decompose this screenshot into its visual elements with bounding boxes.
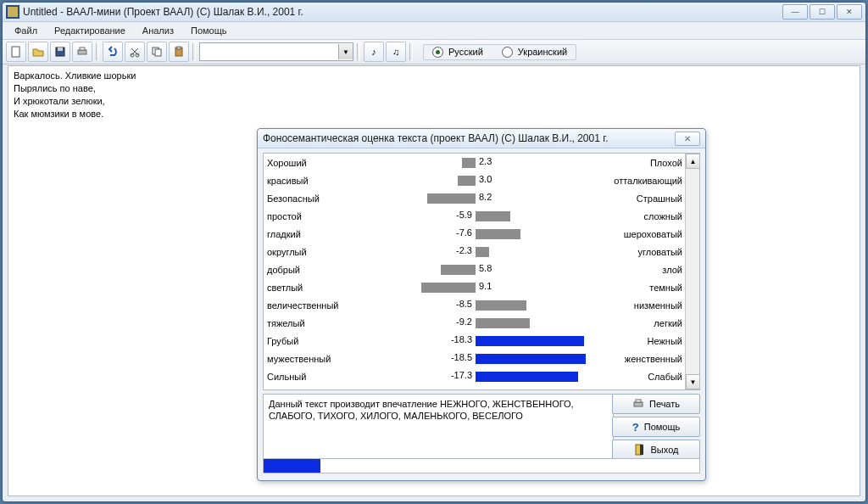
svg-rect-10 xyxy=(155,49,161,56)
scale-right-label: отталкивающий xyxy=(603,176,686,186)
undo-icon[interactable] xyxy=(103,42,123,62)
scale-value: -5.9 xyxy=(438,210,476,220)
scale-left-label: Сильный xyxy=(264,372,348,382)
window-title: Untitled - ВААЛ-мини (Проект ВААЛ) (C) Ш… xyxy=(23,6,782,18)
menu-analysis[interactable]: Анализ xyxy=(134,24,182,37)
print-icon[interactable] xyxy=(72,42,92,62)
svg-rect-13 xyxy=(634,402,643,406)
progress-bar xyxy=(263,458,700,473)
question-icon: ? xyxy=(632,421,639,434)
note-double-icon[interactable]: ♫ xyxy=(386,42,406,62)
print-button[interactable]: Печать xyxy=(612,394,700,414)
scale-left-label: Безопасный xyxy=(264,193,348,204)
scale-bar: 5.8 xyxy=(348,263,603,277)
scale-bar: -17.3 xyxy=(348,370,603,384)
scale-value: -7.6 xyxy=(438,227,476,238)
scale-row: светлый9.1темный xyxy=(264,278,686,296)
scale-right-label: низменный xyxy=(603,300,686,311)
scale-value: -9.2 xyxy=(438,316,476,327)
scale-bar: 3.0 xyxy=(348,174,603,188)
scales-panel: Хороший2.3Плохойкрасивый3.0отталкивающий… xyxy=(263,153,700,390)
exit-button[interactable]: Выход xyxy=(612,440,700,460)
scale-row: Хороший2.3Плохой xyxy=(264,154,686,171)
scale-left-label: Хороший xyxy=(264,158,348,168)
svg-rect-12 xyxy=(177,47,181,49)
scales-rows: Хороший2.3Плохойкрасивый3.0отталкивающий… xyxy=(264,154,686,389)
editor-content: Варкалось. Хливкие шорьки Пырялись по на… xyxy=(8,66,860,124)
radio-russian-label: Русский xyxy=(448,47,483,57)
scale-bar: -8.5 xyxy=(348,299,603,312)
scale-bar: -9.2 xyxy=(348,316,603,330)
scale-left-label: тяжелый xyxy=(264,318,348,328)
scale-row: Сильный-17.3Слабый xyxy=(264,367,686,385)
scale-bar: -7.6 xyxy=(348,227,603,241)
svg-rect-1 xyxy=(8,7,18,17)
chevron-down-icon: ▼ xyxy=(338,44,353,59)
paste-icon[interactable] xyxy=(169,42,189,62)
help-button[interactable]: ? Помощь xyxy=(612,417,700,437)
minimize-button[interactable]: — xyxy=(782,4,808,20)
copy-icon[interactable] xyxy=(147,42,167,62)
scale-right-label: Слабый xyxy=(603,372,686,382)
scale-value: 8.2 xyxy=(476,192,513,202)
note-single-icon[interactable]: ♪ xyxy=(364,42,384,62)
radio-ukrainian[interactable] xyxy=(502,47,513,58)
scale-right-label: женственный xyxy=(603,354,686,364)
main-window: Untitled - ВААЛ-мини (Проект ВААЛ) (C) Ш… xyxy=(2,2,866,502)
menu-edit[interactable]: Редактирование xyxy=(46,24,134,37)
door-exit-icon xyxy=(634,444,646,456)
close-button[interactable]: ✕ xyxy=(837,4,862,20)
scale-left-label: Грубый xyxy=(264,336,348,346)
scale-right-label: Нежный xyxy=(603,336,686,346)
language-radio-group: Русский Украинский xyxy=(423,44,576,60)
toolbar: ▼ ♪ ♫ Русский Украинский xyxy=(3,40,865,64)
scale-right-label: Плохой xyxy=(603,158,686,168)
open-file-icon[interactable] xyxy=(28,42,48,62)
scale-row: Грубый-18.3Нежный xyxy=(264,332,686,350)
scale-row: мужественный-18.5женственный xyxy=(264,350,686,367)
scale-value: 3.0 xyxy=(476,174,513,184)
new-file-icon[interactable] xyxy=(6,42,26,62)
impression-text: Данный текст производит впечатление НЕЖН… xyxy=(263,394,614,460)
cut-icon[interactable] xyxy=(125,42,145,62)
radio-russian[interactable] xyxy=(432,47,443,58)
scale-right-label: угловатый xyxy=(603,247,686,257)
dialog-close-button[interactable]: ✕ xyxy=(675,132,700,146)
dialog-buttons: Печать ? Помощь Выход xyxy=(612,394,700,460)
radio-ukrainian-label: Украинский xyxy=(518,47,567,57)
dialog-titlebar[interactable]: Фоносемантическая оценка текста (проект … xyxy=(258,129,705,148)
scale-left-label: простой xyxy=(264,211,348,221)
svg-rect-4 xyxy=(58,48,63,51)
titlebar[interactable]: Untitled - ВААЛ-мини (Проект ВААЛ) (C) Ш… xyxy=(3,3,865,22)
save-file-icon[interactable] xyxy=(50,42,70,62)
scale-value: 9.1 xyxy=(476,281,513,291)
scale-row: простой-5.9сложный xyxy=(264,207,686,225)
scale-left-label: красивый xyxy=(264,176,348,186)
scale-value: 2.3 xyxy=(476,156,513,166)
scale-bar: -2.3 xyxy=(348,245,603,259)
dialog-title: Фоносемантическая оценка текста (проект … xyxy=(263,132,675,144)
scale-value: -18.5 xyxy=(438,352,476,362)
svg-rect-5 xyxy=(78,50,86,54)
menubar: Файл Редактирование Анализ Помощь xyxy=(3,22,865,40)
scale-row: гладкий-7.6шероховатый xyxy=(264,225,686,243)
app-icon xyxy=(6,5,19,19)
vertical-scrollbar[interactable]: ▲ ▼ xyxy=(685,154,699,389)
menu-help[interactable]: Помощь xyxy=(182,24,236,37)
scale-right-label: шероховатый xyxy=(603,229,686,239)
scale-row: красивый3.0отталкивающий xyxy=(264,171,686,189)
menu-file[interactable]: Файл xyxy=(6,24,46,37)
scale-bar: 2.3 xyxy=(348,156,603,170)
font-select[interactable]: ▼ xyxy=(199,42,353,61)
scale-value: -8.5 xyxy=(438,299,476,309)
exit-button-label: Выход xyxy=(651,445,679,455)
scroll-down-icon[interactable]: ▼ xyxy=(686,374,700,389)
scale-right-label: Страшный xyxy=(603,193,686,204)
maximize-button[interactable]: ☐ xyxy=(810,4,835,20)
scale-left-label: светлый xyxy=(264,283,348,293)
scale-left-label: гладкий xyxy=(264,229,348,239)
analysis-dialog: Фоносемантическая оценка текста (проект … xyxy=(257,128,706,481)
scroll-up-icon[interactable]: ▲ xyxy=(686,154,700,169)
scale-right-label: легкий xyxy=(603,318,686,328)
scale-bar: 9.1 xyxy=(348,281,603,294)
